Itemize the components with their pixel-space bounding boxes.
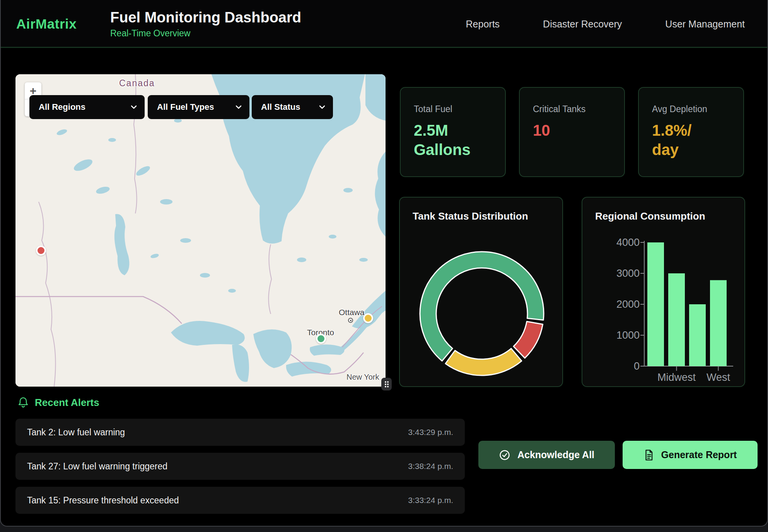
svg-text:Midwest: Midwest — [657, 372, 696, 383]
acknowledge-all-label: Acknowledge All — [517, 449, 594, 460]
nav-item-disaster-recovery[interactable]: Disaster Recovery — [543, 19, 622, 30]
region-filter-dropdown[interactable]: All Regions — [29, 95, 145, 119]
chevron-down-icon — [319, 105, 325, 109]
stat-label: Total Fuel — [414, 104, 492, 114]
acknowledge-all-button[interactable]: Acknowledge All — [478, 441, 615, 469]
generate-report-button[interactable]: Generate Report — [623, 441, 758, 469]
map-label-ottawa: Ottawa — [339, 308, 365, 317]
stat-label: Critical Tanks — [533, 104, 611, 114]
stat-value: 10 — [533, 121, 611, 140]
alert-timestamp: 3:43:29 p.m. — [408, 428, 453, 437]
svg-text:2000: 2000 — [616, 298, 640, 310]
town-dot-icon — [348, 318, 353, 323]
svg-text:1000: 1000 — [616, 329, 640, 341]
tank-marker-yellow[interactable] — [363, 313, 373, 323]
nav-item-reports[interactable]: Reports — [466, 19, 500, 30]
page-subtitle: Real-Time Overview — [110, 28, 301, 39]
alert-row[interactable]: Tank 2: Low fuel warning 3:43:29 p.m. — [15, 419, 465, 446]
stats-row: Total Fuel 2.5M Gallons Critical Tanks 1… — [400, 87, 744, 177]
title-block: Fuel Monitoring Dashboard Real-Time Over… — [110, 0, 301, 48]
svg-text:West: West — [707, 372, 730, 383]
alert-timestamp: 3:33:24 p.m. — [408, 496, 453, 505]
alerts-heading: Recent Alerts — [18, 397, 99, 409]
stat-card-total-fuel: Total Fuel 2.5M Gallons — [400, 87, 506, 177]
stat-card-avg-depletion: Avg Depletion 1.8%/ day — [638, 87, 744, 177]
app-frame: AirMatrix Fuel Monitoring Dashboard Real… — [0, 0, 768, 527]
regional-consumption-chart: 01000200030004000MidwestWest — [582, 198, 746, 388]
check-circle-icon — [499, 449, 510, 461]
alert-message: Tank 2: Low fuel warning — [27, 427, 125, 438]
fuel-type-filter-dropdown[interactable]: All Fuel Types — [148, 95, 249, 119]
tank-marker-green[interactable] — [316, 334, 326, 344]
map-panel[interactable]: Canada Ottawa Toronto New York + − All R… — [15, 74, 386, 387]
chevron-down-icon — [236, 105, 242, 109]
brand-logo: AirMatrix — [16, 0, 77, 48]
svg-text:4000: 4000 — [616, 237, 640, 248]
alert-message: Tank 27: Low fuel warning triggered — [27, 461, 167, 472]
tank-marker-red[interactable] — [36, 246, 46, 256]
regional-consumption-panel: Regional Consumption 01000200030004000Mi… — [582, 197, 745, 387]
bell-icon — [18, 397, 29, 409]
map-terrain — [15, 74, 386, 387]
map-label-new-york: New York — [346, 373, 379, 382]
region-filter-value: All Regions — [39, 102, 85, 112]
alert-message: Tank 15: Pressure threshold exceeded — [27, 495, 179, 506]
status-filter-dropdown[interactable]: All Status — [252, 95, 333, 119]
resize-handle[interactable] — [381, 378, 392, 390]
map-label-canada: Canada — [119, 78, 155, 89]
alert-row[interactable]: Tank 27: Low fuel warning triggered 3:38… — [15, 453, 465, 480]
tank-status-panel: Tank Status Distribution — [399, 197, 563, 387]
fuel-type-filter-value: All Fuel Types — [157, 102, 214, 112]
stat-value: 1.8%/ day — [652, 121, 730, 159]
stat-label: Avg Depletion — [652, 104, 730, 114]
alert-timestamp: 3:38:24 p.m. — [408, 462, 453, 471]
generate-report-label: Generate Report — [661, 449, 737, 460]
status-filter-value: All Status — [261, 102, 300, 112]
alerts-heading-label: Recent Alerts — [35, 397, 99, 409]
tank-status-title: Tank Status Distribution — [413, 210, 528, 222]
tank-status-donut — [416, 248, 548, 379]
chevron-down-icon — [131, 105, 137, 109]
nav-item-user-management[interactable]: User Management — [665, 19, 745, 30]
grip-dots-icon — [384, 380, 389, 388]
document-icon — [643, 449, 654, 461]
stat-value: 2.5M Gallons — [414, 121, 492, 159]
svg-text:3000: 3000 — [616, 268, 640, 279]
stat-card-critical-tanks: Critical Tanks 10 — [519, 87, 625, 177]
alert-row[interactable]: Tank 15: Pressure threshold exceeded 3:3… — [15, 487, 465, 514]
main-nav: Reports Disaster Recovery User Managemen… — [466, 0, 745, 48]
header: AirMatrix Fuel Monitoring Dashboard Real… — [1, 0, 767, 48]
svg-text:0: 0 — [634, 360, 640, 372]
page-title: Fuel Monitoring Dashboard — [110, 9, 301, 26]
